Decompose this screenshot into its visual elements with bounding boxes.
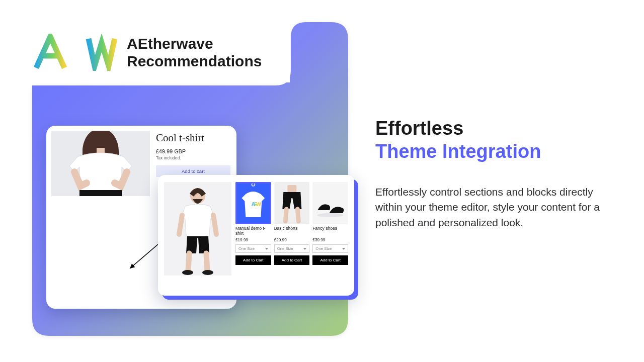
rec-thumb-tshirt[interactable]: A E W bbox=[235, 182, 271, 224]
brand-line2: Recommendations bbox=[127, 53, 262, 69]
rec-price: £29.99 bbox=[274, 238, 310, 242]
brand-title: AEtherwave Recommendations bbox=[127, 35, 262, 70]
rec-item: Basic shorts £29.99 One Size Add to Cart bbox=[274, 182, 310, 290]
rec-grid: A E W Manual demo t-shirt £19.99 One Siz… bbox=[235, 182, 348, 290]
rec-size-label: One Size bbox=[238, 246, 255, 251]
rec-add-button[interactable]: Add to Cart bbox=[312, 255, 348, 265]
rec-name: Manual demo t-shirt bbox=[235, 226, 271, 236]
rec-size-label: One Size bbox=[277, 246, 293, 251]
headline: Effortless Theme Integration bbox=[375, 117, 617, 163]
marketing-copy: Effortless Theme Integration Effortlessl… bbox=[375, 117, 617, 241]
rec-name: Fancy shoes bbox=[312, 226, 348, 236]
brand-line1: AEtherwave bbox=[127, 35, 213, 52]
brand-header: AEtherwave Recommendations bbox=[32, 22, 290, 82]
rec-item: Fancy shoes £39.99 One Size Add to Cart bbox=[312, 182, 348, 290]
product-tax-note: Tax included. bbox=[156, 155, 230, 160]
rec-hero bbox=[164, 182, 231, 290]
rec-price: £39.99 bbox=[312, 238, 348, 242]
rec-price: £19.99 bbox=[235, 238, 271, 242]
svg-rect-13 bbox=[287, 185, 296, 192]
rec-size-select[interactable]: One Size bbox=[274, 244, 310, 253]
chevron-down-icon bbox=[342, 248, 345, 250]
body-text: Effortlessly control sections and blocks… bbox=[375, 185, 612, 230]
rec-thumb-shorts[interactable] bbox=[274, 182, 310, 224]
headline-a: Effortless bbox=[375, 118, 463, 139]
svg-point-7 bbox=[202, 270, 213, 275]
svg-rect-2 bbox=[79, 190, 122, 196]
rec-thumb-shoes[interactable] bbox=[312, 182, 348, 224]
recommendations-card: A E W Manual demo t-shirt £19.99 One Siz… bbox=[158, 175, 354, 296]
rec-size-select[interactable]: One Size bbox=[312, 244, 348, 253]
product-title: Cool t-shirt bbox=[156, 132, 230, 144]
rec-size-label: One Size bbox=[315, 246, 332, 251]
chevron-down-icon bbox=[265, 248, 268, 250]
rec-item: A E W Manual demo t-shirt £19.99 One Siz… bbox=[235, 182, 271, 290]
rec-add-button[interactable]: Add to Cart bbox=[274, 255, 310, 265]
arrow-annotation bbox=[126, 241, 161, 277]
rec-size-select[interactable]: One Size bbox=[235, 244, 271, 253]
rec-add-button[interactable]: Add to Cart bbox=[235, 255, 271, 265]
svg-rect-14 bbox=[313, 182, 348, 224]
product-image bbox=[51, 131, 150, 196]
svg-text:W: W bbox=[257, 202, 262, 207]
rec-name: Basic shorts bbox=[274, 226, 310, 236]
svg-line-3 bbox=[130, 244, 158, 268]
chevron-down-icon bbox=[303, 248, 306, 250]
rec-hero-image bbox=[164, 182, 231, 276]
brand-logo bbox=[33, 34, 117, 71]
svg-point-15 bbox=[317, 213, 344, 217]
headline-b: Theme Integration bbox=[375, 141, 541, 162]
svg-point-6 bbox=[182, 270, 193, 275]
product-price: £49.99 GBP bbox=[156, 148, 230, 154]
